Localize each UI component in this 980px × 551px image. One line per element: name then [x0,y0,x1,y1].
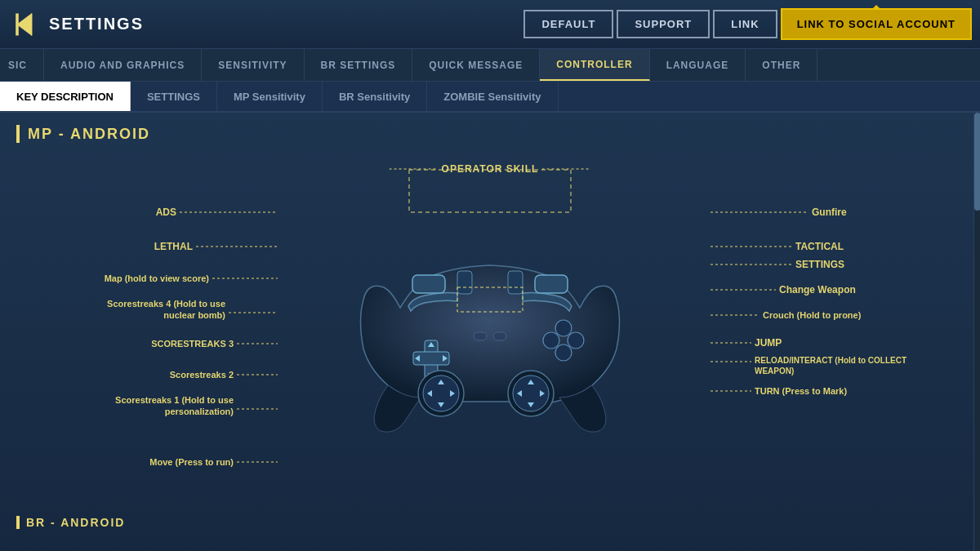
svg-rect-25 [493,332,506,340]
tab-quick-message[interactable]: QUICK MESSAGE [412,49,540,81]
scorestreaks3-label: SCORESTREAKS 3 [151,339,234,349]
content-area: MP - ANDROID [0,113,980,551]
controller-diagram: ADS LETHAL Map (hold to view score) Scor… [16,159,964,502]
move-label: Move (Press to run) [149,457,234,467]
operator-skill-label-row: OPERATOR SKILL [390,163,591,175]
sub-tabs: KEY DESCRIPTION SETTINGS MP Sensitivity … [0,82,980,113]
scorestreaks2-label-row: Scorestreaks 2 [170,370,278,380]
gunfire-label: Gunfire [812,207,847,218]
svg-rect-4 [457,271,472,294]
link-button[interactable]: LINK [713,10,777,38]
svg-rect-3 [535,275,568,293]
jump-label-row: JUMP [710,337,782,349]
tab-sic[interactable]: SIC [0,49,44,81]
tab-audio-graphics[interactable]: AUDIO AND GRAPHICS [44,49,202,81]
turn-label: TURN (Press to Mark) [755,386,847,396]
back-button[interactable] [8,8,41,41]
tab-controller[interactable]: CONTROLLER [540,49,649,81]
ads-label-row: ADS [156,207,278,218]
tactical-label-row: TACTICAL [710,241,844,252]
reload-label-row: RELOAD/INTERACT (Hold to COLLECTWEAPON) [710,355,906,376]
turn-label-row: TURN (Press to Mark) [710,386,847,396]
subtab-key-description[interactable]: KEY DESCRIPTION [0,82,131,111]
link-social-button[interactable]: LINK TO SOCIAL ACCOUNT [781,8,972,40]
svg-rect-2 [412,275,445,293]
map-label-row: Map (hold to view score) [105,273,278,283]
move-label-row: Move (Press to run) [149,457,278,467]
gunfire-label-row: Gunfire [710,207,847,218]
scorestreaks2-label: Scorestreaks 2 [170,370,234,380]
svg-marker-0 [17,13,32,35]
bottom-section: BR - ANDROID [16,510,964,535]
change-weapon-label: Change Weapon [779,284,856,295]
jump-label: JUMP [755,337,782,349]
support-button[interactable]: SUPPORT [617,10,710,38]
crouch-label: Crouch (Hold to prone) [763,310,861,320]
settings-label-row: SETTINGS [710,259,844,270]
title-bar-accent [16,125,20,143]
nav-tabs: SIC AUDIO AND GRAPHICS SENSITIVITY BR SE… [0,49,980,82]
page-title: SETTINGS [49,15,523,33]
controller-svg [351,242,629,438]
operator-skill-box [408,169,572,214]
scrollbar-track[interactable] [973,113,980,551]
scorestreaks1-label: Scorestreaks 1 (Hold to usepersonalizati… [115,394,234,418]
default-button[interactable]: DEFAULT [523,10,613,38]
bottom-section-title: BR - ANDROID [26,516,125,529]
svg-rect-5 [508,271,523,294]
tactical-label: TACTICAL [795,241,844,252]
svg-point-26 [555,320,572,336]
scrollbar-thumb[interactable] [974,113,980,211]
crouch-label-row: Crouch (Hold to prone) [710,310,861,320]
svg-point-28 [555,344,572,361]
lethal-label: LETHAL [154,241,193,252]
tab-other[interactable]: OTHER [746,49,817,81]
svg-point-27 [568,332,584,349]
header: SETTINGS DEFAULT SUPPORT LINK LINK TO SO… [0,0,980,49]
section-title: MP - ANDROID [16,125,964,143]
subtab-br-sensitivity[interactable]: BR Sensitivity [323,82,427,111]
subtab-settings[interactable]: SETTINGS [131,82,217,111]
subtab-zombie-sensitivity[interactable]: ZOMBIE Sensitivity [427,82,558,111]
header-buttons: DEFAULT SUPPORT LINK LINK TO SOCIAL ACCO… [523,8,972,40]
bottom-bar-accent [16,516,20,529]
scorestreaks3-label-row: SCORESTREAKS 3 [151,339,278,349]
settings-ctrl-label: SETTINGS [795,259,844,270]
subtab-mp-sensitivity[interactable]: MP Sensitivity [217,82,323,111]
ads-label: ADS [156,207,176,218]
svg-rect-24 [474,332,487,340]
svg-point-29 [543,332,559,349]
tab-br-settings[interactable]: BR SETTINGS [305,49,413,81]
scorestreaks4-label-row: Scorestreaks 4 (Hold to usenuclear bomb) [107,298,278,322]
svg-rect-1 [16,13,19,35]
scorestreaks1-label-row: Scorestreaks 1 (Hold to usepersonalizati… [115,394,278,418]
svg-rect-49 [409,170,571,212]
reload-label: RELOAD/INTERACT (Hold to COLLECTWEAPON) [755,355,906,376]
lethal-label-row: LETHAL [154,241,278,252]
change-weapon-label-row: Change Weapon [710,284,856,295]
tab-language[interactable]: LANGUAGE [650,49,746,81]
scorestreaks4-label: Scorestreaks 4 (Hold to usenuclear bomb) [107,298,225,322]
map-label: Map (hold to view score) [105,273,209,283]
operator-skill-label: OPERATOR SKILL [442,163,539,175]
tab-sensitivity[interactable]: SENSITIVITY [202,49,304,81]
